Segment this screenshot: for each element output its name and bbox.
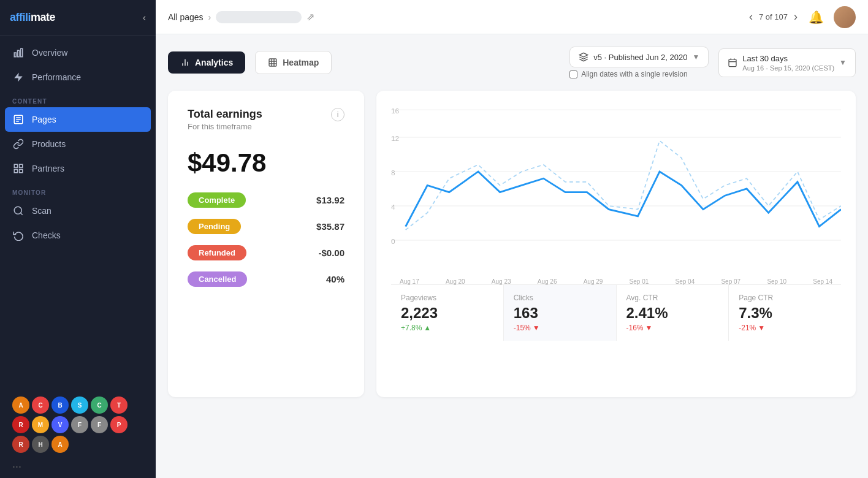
sidebar-item-pages[interactable]: Pages <box>5 107 151 132</box>
partner-icon-h[interactable]: H <box>32 436 49 453</box>
next-page-button[interactable]: › <box>793 9 799 25</box>
refunded-amount: -$0.00 <box>318 248 345 258</box>
status-row-pending: Pending $35.87 <box>188 219 345 234</box>
external-link-icon[interactable]: ⇗ <box>306 11 314 23</box>
date-block: Last 30 days Aug 16 - Sep 15, 2020 (CEST… <box>742 54 834 72</box>
sidebar-item-performance[interactable]: Performance <box>0 65 156 89</box>
svg-line-12 <box>20 213 22 214</box>
analytics-tab[interactable]: Analytics <box>168 51 245 74</box>
breadcrumb-all-pages[interactable]: All pages <box>168 12 204 22</box>
sidebar-logo: affilimate ‹ <box>0 0 156 36</box>
down-arrow-icon: ▼ <box>533 324 540 332</box>
sidebar-item-overview[interactable]: Overview <box>0 40 156 65</box>
earnings-title: Total earnings <box>188 108 262 121</box>
x-label-0: Aug 17 <box>400 278 419 285</box>
earnings-card: Total earnings For this timeframe i $49.… <box>168 91 364 397</box>
partner-icon-shareasale[interactable]: S <box>71 396 88 414</box>
chart-bar-icon <box>12 47 25 59</box>
earnings-amount: $49.78 <box>188 148 345 178</box>
avg-ctr-change-value: -16% <box>626 324 644 332</box>
date-chevron-icon: ▼ <box>839 58 847 67</box>
svg-rect-8 <box>20 164 23 167</box>
user-avatar[interactable] <box>834 6 856 28</box>
page-ctr-change: -21% ▼ <box>739 324 831 332</box>
partner-icon-p[interactable]: P <box>110 416 128 433</box>
line-chart-svg: 0 4 8 12 16 <box>391 103 841 275</box>
sidebar-item-checks-label: Checks <box>32 230 61 240</box>
breadcrumb-page-title <box>216 11 302 23</box>
date-range-selector[interactable]: Last 30 days Aug 16 - Sep 15, 2020 (CEST… <box>718 48 856 77</box>
sidebar-item-partners[interactable]: Partners <box>0 156 156 181</box>
partner-icon-rakuten[interactable]: R <box>12 416 29 433</box>
svg-rect-7 <box>14 164 17 167</box>
page-counter: 7 of 107 <box>759 12 788 21</box>
partner-icon-clickbank[interactable]: C <box>91 396 108 414</box>
metric-pageviews[interactable]: Pageviews 2,223 +7.8% ▲ <box>391 285 504 341</box>
bolt-icon <box>12 71 25 83</box>
version-label: v5 · Published Jun 2, 2020 <box>593 53 687 62</box>
page-ctr-value: 7.3% <box>739 305 831 322</box>
status-grid: Complete $13.92 Pending $35.87 Refunded … <box>188 192 345 287</box>
topbar: All pages › ⇗ ‹ 7 of 107 › 🔔 <box>156 0 868 34</box>
partner-icon-r2[interactable]: R <box>12 436 29 453</box>
sidebar-item-scan[interactable]: Scan <box>0 199 156 223</box>
topbar-right: ‹ 7 of 107 › 🔔 <box>748 6 856 28</box>
metric-avg-ctr[interactable]: Avg. CTR 2.41% -16% ▼ <box>617 285 729 341</box>
avg-ctr-label: Avg. CTR <box>626 294 719 302</box>
svg-point-11 <box>14 207 21 214</box>
chart-card: 0 4 8 12 16 Aug 17 Aug 20 Au <box>376 91 856 397</box>
clicks-change-value: -15% <box>514 324 531 332</box>
document-icon <box>12 113 25 126</box>
refresh-icon <box>12 229 25 241</box>
sidebar-item-checks[interactable]: Checks <box>0 223 156 248</box>
svg-rect-9 <box>14 170 17 173</box>
earnings-subtitle: For this timeframe <box>188 122 262 131</box>
heatmap-tab[interactable]: Heatmap <box>255 51 332 74</box>
partner-icon-a2[interactable]: A <box>51 436 69 453</box>
x-label-3: Aug 26 <box>538 278 557 285</box>
partner-icon-f2[interactable]: F <box>91 416 108 433</box>
partner-icon-target[interactable]: T <box>110 396 128 414</box>
svg-text:12: 12 <box>391 135 399 142</box>
partner-icon-v[interactable]: V <box>51 416 69 433</box>
metric-page-ctr[interactable]: Page CTR 7.3% -21% ▼ <box>729 285 841 341</box>
svg-text:0: 0 <box>391 238 395 245</box>
status-row-cancelled: Cancelled 40% <box>188 271 345 287</box>
sidebar-item-partners-label: Partners <box>32 164 64 173</box>
partner-icon-amazon[interactable]: A <box>12 396 29 414</box>
cancelled-amount: 40% <box>326 274 345 284</box>
link-icon <box>12 138 25 150</box>
pageviews-change-value: +7.8% <box>401 324 422 332</box>
x-label-2: Aug 23 <box>492 278 511 285</box>
content-section-label: CONTENT <box>0 89 156 107</box>
x-label-4: Aug 29 <box>584 278 603 285</box>
avatar-image <box>834 6 856 28</box>
svg-text:8: 8 <box>391 169 395 176</box>
up-arrow-icon: ▲ <box>424 324 431 332</box>
version-selector[interactable]: v5 · Published Jun 2, 2020 ▼ <box>569 47 709 67</box>
pageviews-label: Pageviews <box>401 294 493 302</box>
svg-rect-2 <box>21 48 23 57</box>
align-dates-checkbox[interactable] <box>569 70 577 78</box>
monitor-section-label: MONITOR <box>0 181 156 199</box>
earnings-info-icon[interactable]: i <box>331 108 345 121</box>
sidebar-bottom: A C B S C T R M V F F P R H A ... <box>0 387 156 478</box>
prev-page-button[interactable]: ‹ <box>748 9 754 25</box>
clicks-value: 163 <box>514 305 606 322</box>
svg-rect-16 <box>269 59 276 66</box>
partner-icon-cj[interactable]: C <box>32 396 49 414</box>
partner-icon-booking[interactable]: B <box>51 396 69 414</box>
sidebar-item-products[interactable]: Products <box>0 132 156 156</box>
metric-clicks[interactable]: Clicks 163 -15% ▼ <box>504 285 617 341</box>
refunded-badge: Refunded <box>188 245 246 260</box>
cancelled-badge: Cancelled <box>188 271 247 287</box>
partner-icons-row: A C B S C T R M V F F P R H A <box>7 394 148 455</box>
x-label-9: Sep 14 <box>813 278 832 285</box>
sidebar-collapse-button[interactable]: ‹ <box>143 12 146 23</box>
version-chevron-icon: ▼ <box>692 53 699 61</box>
notifications-bell[interactable]: 🔔 <box>809 10 824 25</box>
partner-icon-m[interactable]: M <box>32 416 49 433</box>
more-partners-button[interactable]: ... <box>7 455 148 473</box>
pending-amount: $35.87 <box>316 221 345 232</box>
partner-icon-f1[interactable]: F <box>71 416 88 433</box>
